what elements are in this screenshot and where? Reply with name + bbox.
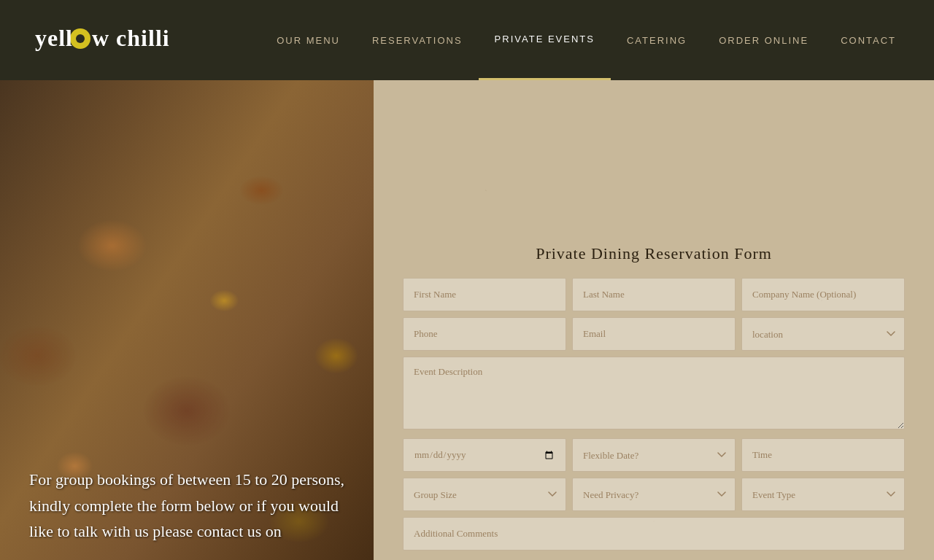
event-type-select[interactable]: Event Type Birthday Corporate Wedding Ot… (741, 478, 905, 511)
company-name-input[interactable] (741, 278, 905, 311)
right-form-panel: Private Dining Reservation Form location… (374, 80, 934, 560)
phone-input[interactable] (403, 317, 566, 351)
left-text-overlay: For group bookings of between 15 to 20 p… (29, 467, 344, 544)
left-heading: For group bookings of between 15 to 20 p… (29, 467, 344, 544)
nav-reservations[interactable]: RESERVATIONS (356, 0, 479, 80)
email-input[interactable] (572, 317, 736, 351)
svg-text:yell: yell (35, 25, 73, 51)
group-size-select[interactable]: Group Size 15 16 17 18 19 20 (403, 478, 566, 511)
last-name-input[interactable] (572, 278, 736, 311)
date-input[interactable] (403, 438, 566, 472)
flexible-date-select[interactable]: Flexible Date? Yes No (572, 438, 736, 472)
logo[interactable]: yell w chilli (22, 11, 197, 69)
form-title: Private Dining Reservation Form (403, 244, 905, 263)
form-row-event-details: Group Size 15 16 17 18 19 20 Need Privac… (403, 478, 905, 511)
left-image-panel: For group bookings of between 15 to 20 p… (0, 80, 374, 560)
nav-private-events[interactable]: PRIVATE EVENTS (479, 0, 611, 80)
main-content: For group bookings of between 15 to 20 p… (0, 80, 934, 560)
nav-contact[interactable]: CONTACT (825, 0, 912, 80)
nav-order-online[interactable]: ORDER ONLINE (703, 0, 825, 80)
first-name-input[interactable] (403, 278, 566, 311)
form-row-names (403, 278, 905, 311)
form-row-contact: location Downtown Uptown Midtown (403, 317, 905, 351)
site-header: yell w chilli OUR MENU RESERVATIONS PRIV… (0, 0, 934, 80)
form-row-comments (403, 517, 905, 551)
svg-point-3 (76, 34, 85, 43)
form-row-date: Flexible Date? Yes No (403, 438, 905, 472)
main-nav: OUR MENU RESERVATIONS PRIVATE EVENTS CAT… (260, 0, 912, 80)
nav-our-menu[interactable]: OUR MENU (260, 0, 356, 80)
location-select[interactable]: location Downtown Uptown Midtown (741, 317, 905, 351)
nav-catering[interactable]: CATERING (611, 0, 703, 80)
form-row-description (403, 357, 905, 438)
event-description-textarea[interactable] (403, 357, 905, 429)
svg-text:w chilli: w chilli (92, 25, 170, 51)
additional-comments-input[interactable] (403, 517, 905, 551)
top-spacer (403, 102, 905, 244)
time-input[interactable] (741, 438, 905, 472)
need-privacy-select[interactable]: Need Privacy? Yes No (572, 478, 736, 511)
